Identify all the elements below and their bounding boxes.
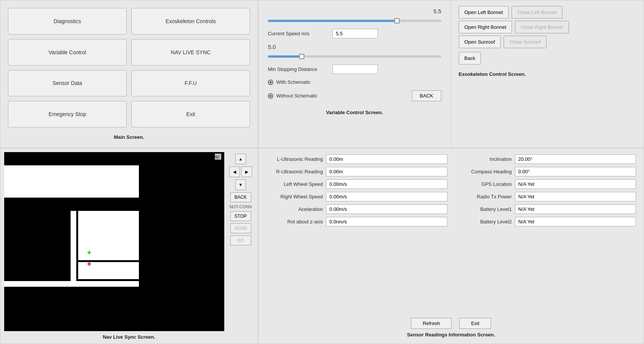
- battery2-label: Battery Level2: [455, 219, 512, 225]
- r-ultrasonic-label: R-Ultrasonic Reading: [266, 169, 323, 174]
- right-wheel-label: Right Wheel Speed: [266, 194, 323, 199]
- gps-input[interactable]: [515, 179, 636, 189]
- right-wheel-input[interactable]: [326, 192, 447, 201]
- exo-screen-label: Exoskeleton Control Screen.: [459, 71, 636, 77]
- acceleration-input[interactable]: [326, 204, 447, 214]
- nav-go-button[interactable]: GO: [230, 236, 251, 245]
- speed-bottom-slider-thumb[interactable]: [299, 54, 304, 59]
- open-left-bonnet-button[interactable]: Open Left Bonnet: [459, 6, 509, 19]
- main-screen-grid: Diagnostics Exoskeleton Controls Variabl…: [8, 8, 250, 127]
- with-schematic-label: With Schematic: [276, 79, 310, 85]
- speed-bottom-slider-fill: [268, 55, 302, 58]
- nav-back-button[interactable]: BACK: [230, 192, 251, 202]
- emergency-stop-button[interactable]: Emegency Stop: [8, 101, 127, 127]
- current-speed-input[interactable]: [332, 29, 378, 38]
- speed-top-slider-row: [268, 20, 441, 22]
- nav-stop-button[interactable]: STOP: [230, 211, 251, 221]
- red-cross-marker: +: [87, 260, 91, 268]
- sensor-screen-label: Sensor Readings Information Screen.: [266, 332, 636, 338]
- battery1-label: Battery Level1: [455, 206, 512, 212]
- speed-bottom-slider-row: [268, 55, 441, 58]
- acceleration-label: Acelaration: [266, 206, 323, 212]
- gps-label: GPS Location: [455, 181, 512, 187]
- top-right-panel: 5.5 Current Speed m/s 5.0 Min Stopping D…: [258, 0, 644, 148]
- close-right-bonnet-button[interactable]: Close Right Bonnet: [515, 21, 569, 33]
- speed-bottom-value: 5.0: [268, 44, 441, 50]
- nav-left-button[interactable]: ◀: [229, 167, 240, 177]
- svg-rect-5: [193, 165, 214, 192]
- sensor-right-col: Inclination Compass Heading GPS Location…: [455, 154, 636, 314]
- nav-content: Navigation Map: [4, 152, 254, 331]
- speed-top-slider-track[interactable]: [268, 20, 441, 22]
- min-stopping-row: Min Stopping Distance: [268, 64, 441, 74]
- nav-live-sync-button[interactable]: NAV LIVE SYNC: [131, 39, 250, 66]
- close-left-bonnet-button[interactable]: Close Left Bonnet: [512, 6, 562, 19]
- speed-top-value: 5.5: [268, 8, 441, 14]
- nav-right-button[interactable]: ▶: [241, 167, 252, 177]
- r-ultrasonic-input[interactable]: [326, 167, 447, 176]
- sensor-btn-row: Refresh Exit: [266, 318, 636, 329]
- variable-control-button[interactable]: Variable Control: [8, 39, 127, 66]
- exoskeleton-controls-button[interactable]: Exoskeleton Controls: [131, 8, 250, 35]
- nav-down-button[interactable]: ▼: [235, 179, 246, 190]
- sensor-screen: L-Ultrasonic Reading R-Ultrasonic Readin…: [258, 148, 644, 344]
- gps-row: GPS Location: [455, 179, 636, 189]
- nav-lr-row: ◀ ▶: [229, 167, 252, 177]
- rot-zaxis-row: Rot about z-axis: [266, 217, 447, 226]
- left-wheel-label: Left Wheel Speed: [266, 181, 323, 187]
- right-wheel-row: Right Wheel Speed: [266, 192, 447, 201]
- open-right-bonnet-button[interactable]: Open Right Bonnet: [459, 21, 512, 33]
- min-stopping-input[interactable]: [332, 64, 378, 74]
- nav-up-button[interactable]: ▲: [235, 154, 246, 164]
- battery1-input[interactable]: [515, 204, 636, 214]
- sensor-data-button[interactable]: Sensor Data: [8, 70, 127, 97]
- sensor-exit-button[interactable]: Exit: [459, 318, 491, 329]
- current-speed-row: Current Speed m/s: [268, 29, 441, 38]
- nav-map-svg: [4, 152, 224, 331]
- diagnostics-button[interactable]: Diagnostics: [8, 8, 127, 35]
- svg-rect-10: [78, 236, 139, 281]
- sensor-left-col: L-Ultrasonic Reading R-Ultrasonic Readin…: [266, 154, 447, 314]
- open-sunroof-button[interactable]: Open Sunroof: [459, 36, 501, 48]
- compass-input[interactable]: [515, 167, 636, 176]
- nav-send-button[interactable]: SEND: [230, 223, 251, 233]
- svg-rect-9: [4, 243, 71, 281]
- vc-back-button[interactable]: BACK: [412, 90, 441, 101]
- left-wheel-row: Left Wheel Speed: [266, 179, 447, 189]
- without-schematic-label: Without Schematic: [276, 93, 317, 99]
- svg-rect-4: [173, 165, 192, 192]
- without-schematic-radio[interactable]: [268, 93, 273, 99]
- variable-control-screen: 5.5 Current Speed m/s 5.0 Min Stopping D…: [258, 0, 451, 148]
- close-sunroof-button[interactable]: Close Sunroof: [504, 36, 546, 48]
- bonnet-left-row: Open Left Bonnet Close Left Bonnet: [459, 6, 636, 19]
- exo-back-row: Back: [459, 52, 636, 64]
- rot-zaxis-label: Rot about z-axis: [266, 219, 323, 225]
- battery2-input[interactable]: [515, 217, 636, 226]
- refresh-button[interactable]: Refresh: [411, 318, 452, 329]
- radio-tx-input[interactable]: [515, 192, 636, 201]
- sunroof-row: Open Sunroof Close Sunroof: [459, 36, 636, 48]
- with-schematic-radio[interactable]: [268, 80, 273, 85]
- l-ultrasonic-label: L-Ultrasonic Reading: [266, 156, 323, 162]
- bonnet-right-row: Open Right Bonnet Close Right Bonnet: [459, 21, 636, 33]
- inclination-row: Inclination: [455, 154, 636, 164]
- speed-top-slider-thumb[interactable]: [394, 18, 400, 24]
- svg-rect-6: [4, 199, 139, 203]
- ffu-button[interactable]: F.F.U: [131, 70, 250, 97]
- speed-bottom-slider-track[interactable]: [268, 55, 441, 58]
- rot-zaxis-input[interactable]: [326, 217, 447, 226]
- variable-control-label: Variable Control Screen.: [268, 110, 441, 115]
- nav-controls: ▲ ◀ ▶ ▼ BACK NOT-CONN STOP SEND GO: [227, 152, 254, 331]
- svg-rect-1: [4, 165, 139, 198]
- nav-map-area: Navigation Map: [4, 152, 224, 331]
- inclination-input[interactable]: [515, 154, 636, 164]
- l-ultrasonic-input[interactable]: [326, 154, 447, 164]
- svg-rect-12: [76, 211, 78, 281]
- r-ultrasonic-row: R-Ultrasonic Reading: [266, 167, 447, 176]
- exit-button[interactable]: Exit: [131, 101, 250, 127]
- l-ultrasonic-row: L-Ultrasonic Reading: [266, 154, 447, 164]
- acceleration-row: Acelaration: [266, 204, 447, 214]
- nav-screen-label: Nav Live Sync Screen.: [4, 334, 254, 340]
- left-wheel-input[interactable]: [326, 179, 447, 189]
- exo-back-button[interactable]: Back: [459, 52, 481, 64]
